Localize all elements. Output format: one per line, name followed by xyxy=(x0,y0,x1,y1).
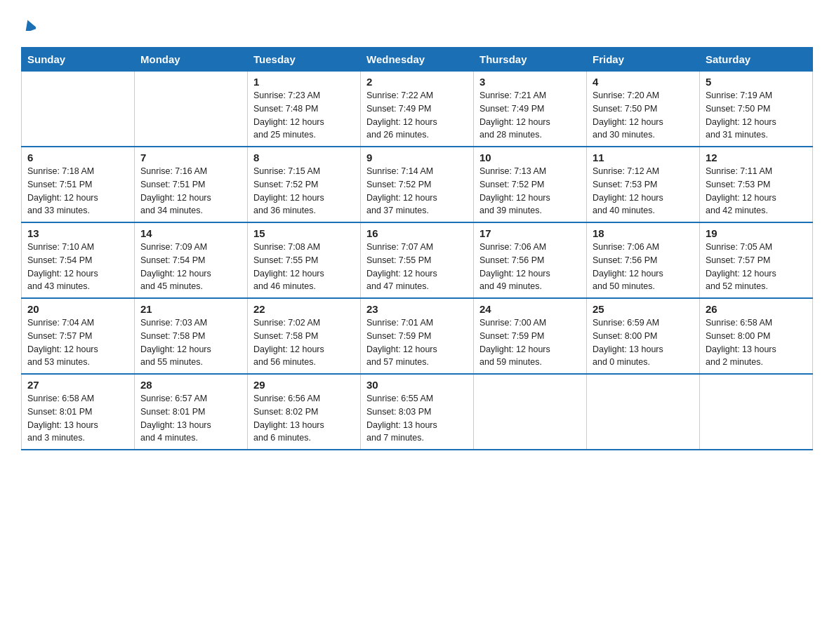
weekday-header-friday: Friday xyxy=(587,48,700,72)
calendar-week-row: 6Sunrise: 7:18 AM Sunset: 7:51 PM Daylig… xyxy=(22,147,813,222)
day-info: Sunrise: 6:58 AM Sunset: 8:01 PM Dayligh… xyxy=(27,392,128,445)
logo-line1 xyxy=(21,14,36,36)
calendar-cell: 30Sunrise: 6:55 AM Sunset: 8:03 PM Dayli… xyxy=(361,374,474,450)
day-number: 20 xyxy=(27,303,128,315)
day-number: 29 xyxy=(253,379,355,391)
day-number: 26 xyxy=(706,303,807,315)
calendar-cell: 12Sunrise: 7:11 AM Sunset: 7:53 PM Dayli… xyxy=(700,147,813,222)
calendar-cell: 11Sunrise: 7:12 AM Sunset: 7:53 PM Dayli… xyxy=(587,147,700,222)
day-number: 28 xyxy=(140,379,241,391)
calendar-cell: 2Sunrise: 7:22 AM Sunset: 7:49 PM Daylig… xyxy=(361,72,474,147)
day-number: 6 xyxy=(27,152,128,163)
calendar-cell: 22Sunrise: 7:02 AM Sunset: 7:58 PM Dayli… xyxy=(248,298,361,374)
calendar-cell: 26Sunrise: 6:58 AM Sunset: 8:00 PM Dayli… xyxy=(700,298,813,374)
day-info: Sunrise: 7:02 AM Sunset: 7:58 PM Dayligh… xyxy=(253,316,355,369)
calendar-cell: 15Sunrise: 7:08 AM Sunset: 7:55 PM Dayli… xyxy=(248,222,361,298)
day-info: Sunrise: 7:04 AM Sunset: 7:57 PM Dayligh… xyxy=(27,316,128,369)
day-number: 24 xyxy=(479,303,581,315)
day-number: 15 xyxy=(253,227,355,239)
day-info: Sunrise: 7:06 AM Sunset: 7:56 PM Dayligh… xyxy=(479,241,581,293)
day-number: 30 xyxy=(366,379,468,391)
day-info: Sunrise: 7:21 AM Sunset: 7:49 PM Dayligh… xyxy=(479,89,581,142)
day-number: 11 xyxy=(593,152,694,163)
calendar-cell: 24Sunrise: 7:00 AM Sunset: 7:59 PM Dayli… xyxy=(474,298,587,374)
day-info: Sunrise: 7:00 AM Sunset: 7:59 PM Dayligh… xyxy=(479,316,581,369)
day-info: Sunrise: 6:56 AM Sunset: 8:02 PM Dayligh… xyxy=(253,392,355,445)
calendar-cell: 7Sunrise: 7:16 AM Sunset: 7:51 PM Daylig… xyxy=(135,147,248,222)
calendar-week-row: 20Sunrise: 7:04 AM Sunset: 7:57 PM Dayli… xyxy=(22,298,813,374)
calendar-cell: 9Sunrise: 7:14 AM Sunset: 7:52 PM Daylig… xyxy=(361,147,474,222)
day-info: Sunrise: 7:03 AM Sunset: 7:58 PM Dayligh… xyxy=(140,316,241,369)
logo xyxy=(21,14,36,36)
day-info: Sunrise: 7:22 AM Sunset: 7:49 PM Dayligh… xyxy=(366,89,468,142)
day-number: 14 xyxy=(140,227,241,239)
calendar-cell: 3Sunrise: 7:21 AM Sunset: 7:49 PM Daylig… xyxy=(474,72,587,147)
weekday-header-saturday: Saturday xyxy=(700,48,813,72)
day-info: Sunrise: 6:57 AM Sunset: 8:01 PM Dayligh… xyxy=(140,392,241,445)
calendar-cell: 16Sunrise: 7:07 AM Sunset: 7:55 PM Dayli… xyxy=(361,222,474,298)
day-info: Sunrise: 7:15 AM Sunset: 7:52 PM Dayligh… xyxy=(253,165,355,217)
day-number: 9 xyxy=(366,152,468,163)
day-info: Sunrise: 7:11 AM Sunset: 7:53 PM Dayligh… xyxy=(706,165,807,217)
day-number: 5 xyxy=(706,76,807,88)
day-number: 17 xyxy=(479,227,581,239)
day-number: 3 xyxy=(479,76,581,88)
day-info: Sunrise: 7:23 AM Sunset: 7:48 PM Dayligh… xyxy=(253,89,355,142)
day-number: 2 xyxy=(366,76,468,88)
calendar-cell: 21Sunrise: 7:03 AM Sunset: 7:58 PM Dayli… xyxy=(135,298,248,374)
day-info: Sunrise: 6:55 AM Sunset: 8:03 PM Dayligh… xyxy=(366,392,468,445)
calendar-cell: 18Sunrise: 7:06 AM Sunset: 7:56 PM Dayli… xyxy=(587,222,700,298)
calendar-cell: 28Sunrise: 6:57 AM Sunset: 8:01 PM Dayli… xyxy=(135,374,248,450)
day-number: 10 xyxy=(479,152,581,163)
day-number: 13 xyxy=(27,227,128,239)
calendar-cell: 10Sunrise: 7:13 AM Sunset: 7:52 PM Dayli… xyxy=(474,147,587,222)
svg-marker-0 xyxy=(23,20,36,31)
calendar-cell xyxy=(22,72,135,147)
page-header xyxy=(21,14,813,36)
day-info: Sunrise: 7:10 AM Sunset: 7:54 PM Dayligh… xyxy=(27,241,128,293)
day-number: 21 xyxy=(140,303,241,315)
day-info: Sunrise: 7:16 AM Sunset: 7:51 PM Dayligh… xyxy=(140,165,241,217)
day-number: 16 xyxy=(366,227,468,239)
calendar-cell: 6Sunrise: 7:18 AM Sunset: 7:51 PM Daylig… xyxy=(22,147,135,222)
weekday-header-tuesday: Tuesday xyxy=(248,48,361,72)
day-info: Sunrise: 7:19 AM Sunset: 7:50 PM Dayligh… xyxy=(706,89,807,142)
day-number: 27 xyxy=(27,379,128,391)
calendar-cell: 5Sunrise: 7:19 AM Sunset: 7:50 PM Daylig… xyxy=(700,72,813,147)
day-info: Sunrise: 7:20 AM Sunset: 7:50 PM Dayligh… xyxy=(593,89,694,142)
day-number: 18 xyxy=(593,227,694,239)
day-info: Sunrise: 7:07 AM Sunset: 7:55 PM Dayligh… xyxy=(366,241,468,293)
day-number: 25 xyxy=(593,303,694,315)
calendar-cell: 29Sunrise: 6:56 AM Sunset: 8:02 PM Dayli… xyxy=(248,374,361,450)
calendar-week-row: 13Sunrise: 7:10 AM Sunset: 7:54 PM Dayli… xyxy=(22,222,813,298)
calendar-cell: 23Sunrise: 7:01 AM Sunset: 7:59 PM Dayli… xyxy=(361,298,474,374)
day-number: 1 xyxy=(253,76,355,88)
day-number: 19 xyxy=(706,227,807,239)
day-number: 4 xyxy=(593,76,694,88)
day-info: Sunrise: 7:01 AM Sunset: 7:59 PM Dayligh… xyxy=(366,316,468,369)
calendar-cell xyxy=(474,374,587,450)
day-number: 7 xyxy=(140,152,241,163)
day-info: Sunrise: 7:18 AM Sunset: 7:51 PM Dayligh… xyxy=(27,165,128,217)
day-number: 22 xyxy=(253,303,355,315)
calendar-cell xyxy=(700,374,813,450)
day-info: Sunrise: 7:14 AM Sunset: 7:52 PM Dayligh… xyxy=(366,165,468,217)
calendar-cell: 13Sunrise: 7:10 AM Sunset: 7:54 PM Dayli… xyxy=(22,222,135,298)
calendar-table: SundayMondayTuesdayWednesdayThursdayFrid… xyxy=(21,47,813,450)
calendar-cell: 4Sunrise: 7:20 AM Sunset: 7:50 PM Daylig… xyxy=(587,72,700,147)
calendar-cell xyxy=(587,374,700,450)
calendar-cell: 27Sunrise: 6:58 AM Sunset: 8:01 PM Dayli… xyxy=(22,374,135,450)
calendar-cell: 17Sunrise: 7:06 AM Sunset: 7:56 PM Dayli… xyxy=(474,222,587,298)
weekday-header-thursday: Thursday xyxy=(474,48,587,72)
day-info: Sunrise: 6:59 AM Sunset: 8:00 PM Dayligh… xyxy=(593,316,694,369)
calendar-cell: 20Sunrise: 7:04 AM Sunset: 7:57 PM Dayli… xyxy=(22,298,135,374)
calendar-week-row: 27Sunrise: 6:58 AM Sunset: 8:01 PM Dayli… xyxy=(22,374,813,450)
weekday-header-wednesday: Wednesday xyxy=(361,48,474,72)
day-info: Sunrise: 7:09 AM Sunset: 7:54 PM Dayligh… xyxy=(140,241,241,293)
day-info: Sunrise: 7:08 AM Sunset: 7:55 PM Dayligh… xyxy=(253,241,355,293)
weekday-header-sunday: Sunday xyxy=(22,48,135,72)
day-info: Sunrise: 6:58 AM Sunset: 8:00 PM Dayligh… xyxy=(706,316,807,369)
calendar-cell xyxy=(135,72,248,147)
calendar-cell: 14Sunrise: 7:09 AM Sunset: 7:54 PM Dayli… xyxy=(135,222,248,298)
day-info: Sunrise: 7:06 AM Sunset: 7:56 PM Dayligh… xyxy=(593,241,694,293)
